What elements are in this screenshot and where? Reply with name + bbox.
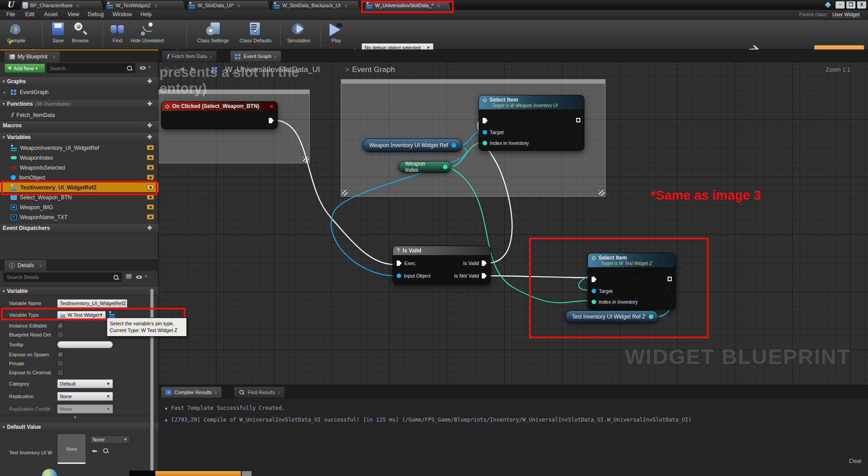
comment-resize-handle[interactable] [342, 190, 348, 196]
blueprint-read-only-checkbox[interactable] [57, 332, 63, 338]
section-graphs[interactable]: ▾ Graphs ✚ [0, 76, 158, 86]
object-out-pin[interactable] [649, 314, 653, 319]
exec-in-pin[interactable] [483, 118, 488, 123]
sidebar-item-eventgraph[interactable]: ▸ EventGraph [0, 87, 158, 97]
section-macros[interactable]: Macros ✚ [0, 121, 158, 130]
sidebar-item-fetch-itemdata[interactable]: f Fetch_ItemData [0, 110, 158, 120]
container-type-icon[interactable] [109, 312, 115, 317]
asset-tab-w-slotdata-ui[interactable]: W_SlotData_UI* x [186, 1, 270, 10]
instance-editable-eye-toggle[interactable] [147, 184, 154, 190]
tab-close-icon[interactable]: x [278, 390, 280, 395]
tab-close-icon[interactable]: x [155, 3, 157, 8]
tab-fetch-item-data[interactable]: f Fetch Item Data x [162, 51, 217, 62]
pin-exec-in[interactable]: Exec [397, 260, 415, 266]
private-checkbox[interactable] [57, 360, 63, 367]
section-default-value[interactable]: ▾ Default Value [0, 422, 158, 431]
section-variable-details[interactable]: ▾ Variable [0, 286, 158, 296]
add-macro-button[interactable]: ✚ [147, 122, 152, 129]
add-function-button[interactable]: ✚ [147, 100, 152, 107]
exec-in-pin[interactable] [592, 277, 597, 282]
variable-row-weaponindex[interactable]: WeaponIndex [0, 153, 158, 162]
tab-compiler-results[interactable]: > Compiler Results x [161, 387, 222, 398]
nav-forward-icon[interactable]: ▶ [191, 65, 196, 72]
section-functions[interactable]: ▾ Functions (38 Overridable) ✚ [0, 99, 158, 108]
instance-editable-eye-toggle[interactable] [147, 204, 154, 210]
node-header[interactable]: ◇ Select Item Target is W Test Widget Z [588, 253, 675, 267]
pin-input-object[interactable]: Input Object [397, 273, 430, 278]
instance-editable-eye-toggle[interactable] [147, 145, 154, 150]
blueprint-canvas[interactable]: presents a slot in the entory) WIDGET BL… [158, 62, 868, 385]
variable-row-itemobject[interactable]: ItemObject [0, 173, 158, 182]
getter-weapon-index[interactable]: Weapon Index [398, 161, 452, 173]
comment-title-bar[interactable] [158, 90, 309, 94]
object-out-pin[interactable] [452, 143, 456, 148]
category-dropdown[interactable]: Default ▼ [57, 379, 113, 388]
add-variable-button[interactable]: ✚ [147, 134, 152, 140]
asset-picker-dropdown[interactable]: None ▼ [90, 436, 130, 444]
tab-close-icon[interactable]: x [238, 3, 240, 8]
property-matrix-icon[interactable] [125, 274, 132, 280]
window-minimize-button[interactable]: – [836, 1, 845, 9]
pin-is-not-valid-out[interactable]: Is Not Valid [454, 273, 487, 278]
clear-log-button[interactable]: Clear [849, 458, 862, 464]
my-blueprint-tab[interactable]: My Blueprint x [5, 51, 60, 62]
menu-edit[interactable]: Edit [25, 11, 35, 18]
variable-row-weaponname-txt[interactable]: T WeaponName_TXT [0, 212, 158, 222]
section-variables[interactable]: ▾ Variables ✚ [0, 132, 158, 142]
menu-asset[interactable]: Asset [44, 11, 58, 18]
hide-unrelated-button[interactable]: Hide Unrelated [131, 22, 163, 43]
find-button[interactable]: Find [110, 22, 125, 43]
expander-icon[interactable]: ▸ [4, 90, 6, 94]
tab-close-icon[interactable]: x [215, 390, 217, 395]
expose-to-cinematics-checkbox[interactable] [57, 369, 63, 376]
comment-resize-handle[interactable] [303, 157, 309, 162]
simulation-button[interactable]: Simulation [287, 22, 310, 43]
exec-out-pin[interactable] [576, 118, 580, 122]
node-select-item-weapon[interactable]: ◇ Select Item Target is W Weapon Invento… [479, 95, 584, 151]
section-event-dispatchers[interactable]: Event Dispatchers ✚ [0, 223, 158, 233]
view-options-caret-icon[interactable]: ▾ [149, 65, 151, 69]
node-on-clicked[interactable]: ◇ On Clicked (Select_Weapon_BTN) [161, 101, 278, 129]
browse-button[interactable]: Browse [72, 22, 89, 43]
exec-out-pin[interactable] [269, 118, 274, 123]
details-tab[interactable]: i Details x [5, 260, 46, 271]
asset-tab-w-slotdata-backpack-ui[interactable]: W_SlotData_Backpack_UI x [271, 1, 360, 10]
tab-close-icon[interactable]: x [274, 54, 276, 59]
details-scrollbar[interactable] [150, 289, 154, 471]
menu-debug[interactable]: Debug [88, 11, 104, 18]
browse-to-asset-icon[interactable] [103, 448, 109, 454]
breadcrumb-root[interactable]: W_UniversalInvSlotData_UI [225, 65, 320, 74]
getter-weapon-inventory-widget-ref[interactable]: Weapon Inventory UI Widget Ref [362, 139, 462, 152]
add-new-button[interactable]: ✚ Add New ▾ [5, 63, 45, 73]
menu-help[interactable]: Help [140, 11, 152, 18]
asset-thumbnail[interactable]: None [57, 434, 86, 464]
comment-title-bar[interactable] [341, 80, 605, 84]
replication-dropdown[interactable]: None ▼ [57, 392, 113, 401]
tab-close-icon[interactable]: x [77, 3, 79, 8]
node-header[interactable]: ◇ On Clicked (Select_Weapon_BTN) [162, 102, 277, 111]
node-is-valid[interactable]: ? Is Valid Exec Is Valid Input Object Is… [393, 246, 491, 284]
class-settings-button[interactable]: Class Settings [197, 22, 229, 43]
instance-editable-eye-toggle[interactable] [147, 214, 154, 220]
use-selected-arrow-icon[interactable]: ⬅ [92, 447, 97, 454]
nav-back-icon[interactable]: ◀ [179, 65, 184, 72]
bookmark-star-icon[interactable]: ☆ [163, 65, 170, 75]
int-out-pin[interactable] [443, 165, 448, 169]
getter-test-inventory-widget-ref-z[interactable]: Test Inventory UI Widget Ref Z [565, 310, 658, 323]
class-defaults-button[interactable]: ✓ Class Defaults [240, 22, 271, 43]
menu-view[interactable]: View [68, 11, 79, 18]
variable-row-select-weapon-btn[interactable]: Select_Weapon_BTN [0, 193, 158, 202]
window-close-button[interactable]: X [857, 1, 866, 9]
asset-tab-bp-characterbase[interactable]: BP_CharacterBase x [20, 1, 104, 10]
view-options-eye-icon[interactable] [140, 66, 147, 70]
save-button[interactable]: Save [50, 22, 66, 43]
asset-tab-w-testwidgetz[interactable]: W_TestWidgetZ x [104, 1, 185, 10]
variable-type-dropdown[interactable]: W Test Widget ▼ [57, 311, 106, 319]
tab-close-icon[interactable]: x [40, 263, 42, 268]
variable-name-field[interactable]: TestInventory_UI_WidgetRefZ [57, 299, 127, 308]
instance-editable-eye-toggle[interactable] [147, 175, 154, 180]
parent-class-link[interactable]: User Widget [832, 12, 860, 18]
instance-editable-checkbox[interactable]: ✓ [57, 323, 63, 329]
details-expand-divider[interactable]: ▼ [0, 415, 150, 421]
menu-window[interactable]: Window [113, 11, 132, 18]
